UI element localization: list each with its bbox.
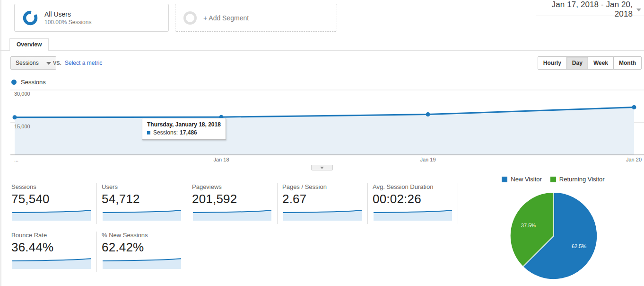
metric-label: % New Sessions — [102, 232, 187, 239]
xtick-jan18: Jan 18 — [207, 157, 235, 162]
xtick-jan20: Jan 20 — [626, 157, 642, 162]
date-range-selector[interactable]: Jan 17, 2018 - Jan 20, 2018 — [536, 3, 644, 16]
metric-sparkline — [102, 257, 182, 269]
granularity-day-button[interactable]: Day — [566, 56, 588, 70]
tooltip-series-swatch-icon — [147, 131, 150, 134]
segment-subtitle: 100.00% Sessions — [44, 19, 91, 26]
metric-label: Pageviews — [192, 183, 277, 190]
add-segment-donut-icon — [183, 11, 197, 25]
metric-label: Pages / Session — [282, 183, 367, 190]
tooltip-date: Thursday, January 18, 2018 — [147, 121, 221, 128]
add-segment-label: + Add Segment — [203, 14, 249, 22]
legend-swatch-icon — [550, 177, 556, 182]
metric-label: Users — [102, 183, 187, 190]
segment-chip-all-users[interactable]: All Users 100.00% Sessions — [14, 4, 169, 32]
ytick-30000: 30,000 — [14, 91, 30, 97]
granularity-group: HourlyDayWeekMonth — [538, 56, 642, 70]
metric-value: 00:02:26 — [373, 192, 458, 206]
dropdown-caret-icon — [46, 62, 51, 65]
metric-value: 201,592 — [192, 192, 277, 206]
metric-sparkline — [11, 209, 92, 221]
pie-legend-item-new-visitor: New Visitor — [502, 176, 542, 183]
metrics-row-2: Bounce Rate36.44%% New Sessions62.42% — [11, 232, 192, 272]
pie-legend-item-returning-visitor: Returning Visitor — [550, 176, 605, 183]
metric-value: 2.67 — [282, 192, 367, 206]
metric-sparkline — [192, 209, 272, 221]
xtick-jan17: ... — [14, 157, 18, 162]
sessions-line-chart-svg — [0, 88, 644, 163]
metrics-row-1: Sessions75,540Users54,712Pageviews201,59… — [11, 183, 463, 224]
metric-label: Bounce Rate — [11, 232, 96, 239]
tab-overview[interactable]: Overview — [9, 38, 49, 51]
chevron-down-icon — [636, 9, 641, 11]
segment-title: All Users — [44, 10, 91, 18]
segment-donut-icon — [23, 10, 38, 26]
metric-select-value: Sessions — [16, 60, 39, 66]
metric-sparkline — [373, 209, 453, 221]
metric-card-sessions: Sessions75,540 — [11, 183, 97, 224]
sessions-line-chart[interactable]: 30,000 15,000 ... Jan 18 Jan 19 Jan 20 — [0, 88, 644, 163]
chevron-down-icon — [320, 167, 324, 169]
metric-label: Sessions — [11, 183, 96, 190]
ytick-15000: 15,000 — [14, 124, 30, 129]
pie-slice-pct-label: 62.5% — [572, 243, 586, 249]
metric-card-pageviews: Pageviews201,592 — [192, 183, 278, 224]
metric-select-dropdown[interactable]: Sessions — [10, 56, 56, 70]
metric-value: 75,540 — [11, 192, 96, 206]
metric-card--new-sessions: % New Sessions62.42% — [102, 232, 187, 272]
pie-legend: New VisitorReturning Visitor — [482, 176, 624, 183]
legend-swatch-icon — [502, 177, 507, 182]
tooltip-metric-value: 17,486 — [180, 129, 197, 136]
analytics-overview-page: All Users 100.00% Sessions + Add Segment… — [0, 0, 644, 286]
granularity-month-button[interactable]: Month — [613, 56, 642, 70]
sessions-legend-label: Sessions — [21, 79, 46, 86]
sessions-legend-dot-icon — [11, 80, 17, 85]
metric-sparkline — [11, 257, 92, 269]
metric-card-avg-session-duration: Avg. Session Duration00:02:26 — [373, 183, 458, 224]
xtick-jan19: Jan 19 — [414, 157, 442, 162]
metric-value: 36.44% — [11, 240, 96, 255]
add-segment-button[interactable]: + Add Segment — [175, 4, 337, 32]
metric-value: 54,712 — [102, 192, 187, 206]
legend-label: New Visitor — [511, 176, 542, 183]
metric-sparkline — [102, 209, 182, 221]
collapse-chart-button[interactable] — [311, 165, 333, 170]
sessions-legend: Sessions — [11, 79, 46, 86]
granularity-hourly-button[interactable]: Hourly — [538, 56, 567, 70]
metric-value: 62.42% — [102, 240, 187, 255]
granularity-week-button[interactable]: Week — [588, 56, 614, 70]
pie-slice-pct-label: 37.5% — [521, 223, 536, 228]
metric-sparkline — [282, 209, 363, 221]
tab-divider-line — [0, 50, 644, 51]
metric-card-users: Users54,712 — [102, 183, 187, 224]
vs-label: VS. — [53, 60, 61, 66]
visitor-type-pie-chart[interactable]: 62.5%37.5% — [509, 191, 599, 281]
tooltip-metric-name: Sessions: — [153, 129, 178, 136]
date-range-text: Jan 17, 2018 - Jan 20, 2018 — [536, 0, 633, 19]
legend-label: Returning Visitor — [559, 176, 605, 183]
metric-label: Avg. Session Duration — [373, 183, 458, 190]
metric-card-bounce-rate: Bounce Rate36.44% — [11, 232, 97, 272]
chart-tooltip: Thursday, January 18, 2018 Sessions: 17,… — [142, 118, 226, 140]
metric-card-pages-session: Pages / Session2.67 — [282, 183, 368, 224]
select-metric-link[interactable]: Select a metric — [65, 60, 102, 66]
